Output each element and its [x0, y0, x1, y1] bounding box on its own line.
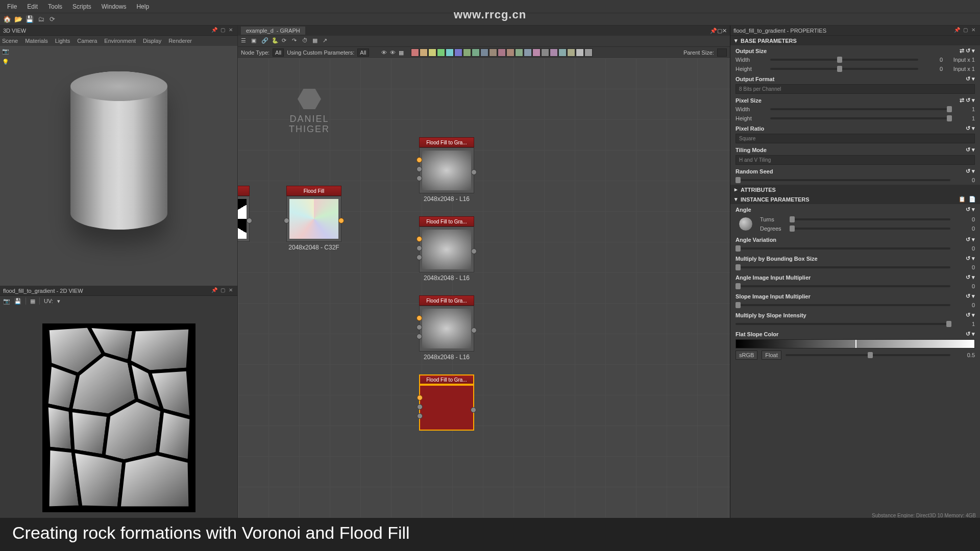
grid2-icon[interactable]: ▦ — [399, 49, 404, 56]
sw[interactable] — [576, 48, 584, 57]
python-icon[interactable]: 🐍 — [272, 37, 280, 45]
menu-file[interactable]: File — [2, 1, 22, 12]
sw[interactable] — [567, 48, 575, 57]
sw[interactable] — [584, 48, 593, 57]
turns-slider[interactable] — [790, 218, 950, 220]
light-icon[interactable]: 💡 — [2, 59, 9, 65]
refresh-icon[interactable]: ⟳ — [282, 37, 290, 45]
angle-var-slider[interactable] — [736, 247, 950, 249]
menu-icon[interactable]: ▾ — [972, 168, 975, 174]
reset-icon[interactable]: ↺ — [966, 97, 970, 104]
node-ffg[interactable]: Flood Fill to Gra... 2048x2048 - L16 — [419, 216, 474, 282]
reset-icon[interactable]: ↺ — [966, 312, 970, 318]
sw[interactable] — [428, 48, 436, 57]
node-ffg-selected[interactable]: Flood Fill to Gra... — [419, 374, 474, 431]
section-attributes[interactable]: ▸ATTRIBUTES — [730, 185, 980, 194]
save-img-icon[interactable]: 💾 — [14, 298, 21, 305]
output-format-field[interactable]: 8 Bits per Channel — [736, 84, 975, 94]
tab-camera[interactable]: Camera — [77, 38, 97, 44]
viewport-3d[interactable]: 📷 💡 — [0, 46, 237, 286]
menu-edit[interactable]: Edit — [22, 1, 43, 12]
camera-icon[interactable]: 📷 — [2, 48, 9, 55]
save-all-icon[interactable]: 🗂 — [37, 15, 45, 23]
sw[interactable] — [411, 48, 419, 57]
custom-dropdown[interactable]: All — [357, 48, 369, 57]
pin-icon[interactable]: 📌 — [710, 28, 717, 34]
reset-icon[interactable]: ↺ — [966, 125, 970, 132]
align-icon[interactable]: ☰ — [241, 37, 249, 45]
node-ffg[interactable]: Flood Fill to Gra... 2048x2048 - L16 — [419, 295, 474, 361]
pixel-height-slider[interactable] — [770, 117, 950, 119]
tab-environment[interactable]: Environment — [104, 38, 136, 44]
reset-icon[interactable]: ↺ — [966, 76, 970, 82]
maximize-icon[interactable]: ▢ — [717, 28, 722, 34]
expand-icon[interactable]: ↗ — [323, 37, 331, 45]
menu-tools[interactable]: Tools — [43, 1, 67, 12]
export-icon[interactable]: 📷 — [3, 298, 10, 305]
node-floodfill[interactable]: Flood Fill 2048x2048 - C32F — [286, 186, 341, 251]
menu-icon[interactable]: ▾ — [972, 331, 975, 337]
node-input[interactable]: L16 — [238, 186, 250, 251]
paste-icon[interactable]: 📄 — [969, 196, 976, 203]
home-icon[interactable]: 🏠 — [3, 15, 11, 23]
sw[interactable] — [558, 48, 567, 57]
pin-icon[interactable]: 📌 — [211, 27, 218, 34]
menu-icon[interactable]: ▾ — [972, 146, 975, 153]
tab-renderer[interactable]: Renderer — [168, 38, 192, 44]
close-icon[interactable]: ✕ — [227, 27, 234, 34]
node-ffg[interactable]: Flood Fill to Gra... 2048x2048 - L16 — [419, 137, 474, 203]
reload-icon[interactable]: ⟳ — [48, 15, 56, 23]
graph-tab[interactable]: example_d - GRAPH — [241, 27, 305, 35]
pin-icon[interactable]: 📌 — [211, 287, 218, 294]
color-slider[interactable] — [786, 354, 950, 356]
reset-icon[interactable]: ↺ — [966, 274, 970, 281]
maximize-icon[interactable]: ▢ — [962, 27, 969, 34]
sw[interactable] — [515, 48, 523, 57]
close-icon[interactable]: ✕ — [722, 28, 727, 34]
sw[interactable] — [437, 48, 445, 57]
menu-scripts[interactable]: Scripts — [67, 1, 96, 12]
menu-windows[interactable]: Windows — [96, 1, 132, 12]
link-icon[interactable]: ⇄ — [960, 47, 964, 54]
menu-icon[interactable]: ▾ — [972, 312, 975, 318]
sw[interactable] — [541, 48, 549, 57]
close-icon[interactable]: ✕ — [227, 287, 234, 294]
sw[interactable] — [472, 48, 480, 57]
reset-icon[interactable]: ↺ — [966, 168, 970, 174]
open-icon[interactable]: 📂 — [14, 15, 22, 23]
width-slider[interactable] — [770, 59, 918, 61]
mult-bbox-slider[interactable] — [736, 266, 950, 268]
info-icon[interactable]: ▦ — [30, 298, 35, 305]
slope-int-slider[interactable] — [736, 323, 950, 325]
menu-icon[interactable]: ▾ — [972, 274, 975, 281]
seed-slider[interactable] — [736, 179, 950, 181]
float-button[interactable]: Float — [762, 350, 781, 360]
tiling-field[interactable]: H and V Tiling — [736, 155, 975, 165]
angle-img-slider[interactable] — [736, 285, 950, 287]
menu-icon[interactable]: ▾ — [972, 76, 975, 82]
reset-icon[interactable]: ↺ — [966, 331, 970, 337]
menu-icon[interactable]: ▾ — [972, 255, 975, 262]
link-icon[interactable]: ⇄ — [960, 97, 964, 104]
tab-lights[interactable]: Lights — [55, 38, 70, 44]
menu-icon[interactable]: ▾ — [972, 206, 975, 213]
menu-help[interactable]: Help — [131, 1, 154, 12]
viewport-2d[interactable] — [0, 306, 237, 530]
copy-icon[interactable]: 📋 — [959, 196, 966, 203]
sw[interactable] — [420, 48, 428, 57]
pixel-width-slider[interactable] — [770, 108, 950, 110]
sw[interactable] — [489, 48, 497, 57]
maximize-icon[interactable]: ▢ — [219, 27, 226, 34]
timer-icon[interactable]: ⏱ — [302, 37, 310, 45]
section-instance-params[interactable]: ▾INSTANCE PARAMETERS📋📄 — [730, 194, 980, 204]
link-icon[interactable]: 🔗 — [261, 37, 270, 45]
flat-slope-gradient[interactable] — [736, 339, 975, 348]
sw[interactable] — [550, 48, 558, 57]
sw[interactable] — [498, 48, 506, 57]
reset-icon[interactable]: ↺ — [966, 47, 970, 54]
uv-dropdown[interactable]: ▾ — [57, 298, 60, 305]
tab-scene[interactable]: Scene — [2, 38, 18, 44]
degrees-slider[interactable] — [790, 228, 950, 230]
step-icon[interactable]: ↷ — [292, 37, 300, 45]
view-icon[interactable]: 👁 — [381, 49, 387, 56]
